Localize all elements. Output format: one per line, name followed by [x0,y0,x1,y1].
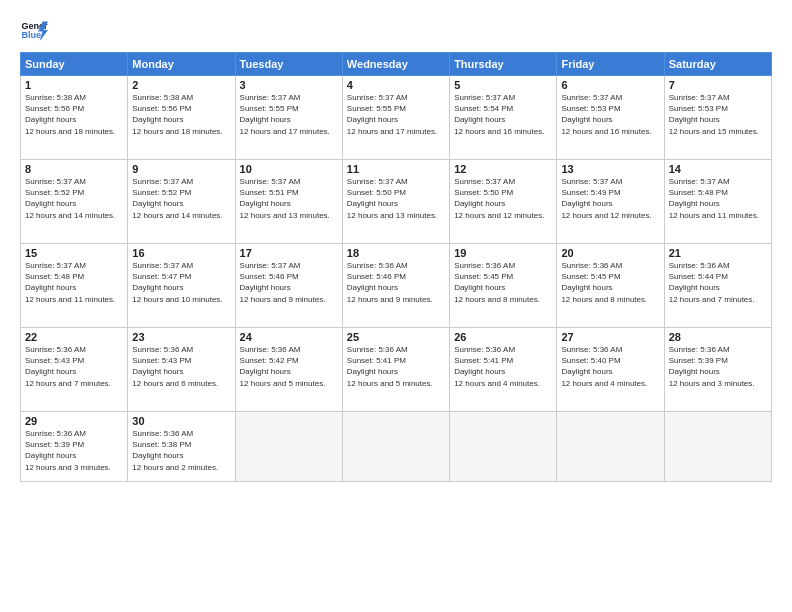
day-number: 23 [132,331,230,343]
calendar-cell: 19 Sunrise: 5:36 AM Sunset: 5:45 PM Dayl… [450,244,557,328]
calendar-cell: 30 Sunrise: 5:36 AM Sunset: 5:38 PM Dayl… [128,412,235,482]
day-info: Sunrise: 5:37 AM Sunset: 5:53 PM Dayligh… [561,92,659,137]
day-number: 14 [669,163,767,175]
header-friday: Friday [557,53,664,76]
day-number: 20 [561,247,659,259]
day-info: Sunrise: 5:36 AM Sunset: 5:39 PM Dayligh… [669,344,767,389]
day-info: Sunrise: 5:36 AM Sunset: 5:43 PM Dayligh… [132,344,230,389]
day-info: Sunrise: 5:37 AM Sunset: 5:46 PM Dayligh… [240,260,338,305]
calendar-cell: 9 Sunrise: 5:37 AM Sunset: 5:52 PM Dayli… [128,160,235,244]
calendar-cell: 13 Sunrise: 5:37 AM Sunset: 5:49 PM Dayl… [557,160,664,244]
calendar-cell: 14 Sunrise: 5:37 AM Sunset: 5:48 PM Dayl… [664,160,771,244]
day-number: 2 [132,79,230,91]
day-number: 27 [561,331,659,343]
calendar-cell: 7 Sunrise: 5:37 AM Sunset: 5:53 PM Dayli… [664,76,771,160]
calendar-cell: 27 Sunrise: 5:36 AM Sunset: 5:40 PM Dayl… [557,328,664,412]
day-number: 1 [25,79,123,91]
day-number: 7 [669,79,767,91]
day-info: Sunrise: 5:37 AM Sunset: 5:47 PM Dayligh… [132,260,230,305]
day-info: Sunrise: 5:36 AM Sunset: 5:44 PM Dayligh… [669,260,767,305]
day-info: Sunrise: 5:36 AM Sunset: 5:46 PM Dayligh… [347,260,445,305]
calendar-cell: 11 Sunrise: 5:37 AM Sunset: 5:50 PM Dayl… [342,160,449,244]
calendar-cell: 25 Sunrise: 5:36 AM Sunset: 5:41 PM Dayl… [342,328,449,412]
day-number: 6 [561,79,659,91]
day-number: 19 [454,247,552,259]
calendar-cell: 5 Sunrise: 5:37 AM Sunset: 5:54 PM Dayli… [450,76,557,160]
day-info: Sunrise: 5:38 AM Sunset: 5:56 PM Dayligh… [132,92,230,137]
calendar-cell [235,412,342,482]
calendar-cell [557,412,664,482]
day-number: 22 [25,331,123,343]
day-info: Sunrise: 5:37 AM Sunset: 5:55 PM Dayligh… [240,92,338,137]
day-info: Sunrise: 5:36 AM Sunset: 5:42 PM Dayligh… [240,344,338,389]
day-number: 29 [25,415,123,427]
calendar-cell: 6 Sunrise: 5:37 AM Sunset: 5:53 PM Dayli… [557,76,664,160]
calendar: Sunday Monday Tuesday Wednesday Thursday… [20,52,772,482]
day-number: 28 [669,331,767,343]
calendar-cell: 10 Sunrise: 5:37 AM Sunset: 5:51 PM Dayl… [235,160,342,244]
calendar-cell: 16 Sunrise: 5:37 AM Sunset: 5:47 PM Dayl… [128,244,235,328]
calendar-cell: 20 Sunrise: 5:36 AM Sunset: 5:45 PM Dayl… [557,244,664,328]
day-number: 17 [240,247,338,259]
day-info: Sunrise: 5:37 AM Sunset: 5:52 PM Dayligh… [25,176,123,221]
calendar-cell: 4 Sunrise: 5:37 AM Sunset: 5:55 PM Dayli… [342,76,449,160]
day-number: 15 [25,247,123,259]
day-info: Sunrise: 5:37 AM Sunset: 5:51 PM Dayligh… [240,176,338,221]
day-info: Sunrise: 5:36 AM Sunset: 5:39 PM Dayligh… [25,428,123,473]
header: General Blue [20,16,772,44]
calendar-cell: 28 Sunrise: 5:36 AM Sunset: 5:39 PM Dayl… [664,328,771,412]
day-info: Sunrise: 5:36 AM Sunset: 5:41 PM Dayligh… [454,344,552,389]
day-number: 4 [347,79,445,91]
day-number: 30 [132,415,230,427]
day-info: Sunrise: 5:37 AM Sunset: 5:53 PM Dayligh… [669,92,767,137]
day-info: Sunrise: 5:36 AM Sunset: 5:41 PM Dayligh… [347,344,445,389]
day-info: Sunrise: 5:36 AM Sunset: 5:38 PM Dayligh… [132,428,230,473]
calendar-cell [450,412,557,482]
header-tuesday: Tuesday [235,53,342,76]
calendar-cell: 18 Sunrise: 5:36 AM Sunset: 5:46 PM Dayl… [342,244,449,328]
day-number: 25 [347,331,445,343]
day-info: Sunrise: 5:38 AM Sunset: 5:56 PM Dayligh… [25,92,123,137]
calendar-cell: 22 Sunrise: 5:36 AM Sunset: 5:43 PM Dayl… [21,328,128,412]
day-info: Sunrise: 5:36 AM Sunset: 5:45 PM Dayligh… [454,260,552,305]
day-info: Sunrise: 5:37 AM Sunset: 5:49 PM Dayligh… [561,176,659,221]
calendar-cell [664,412,771,482]
calendar-cell: 15 Sunrise: 5:37 AM Sunset: 5:48 PM Dayl… [21,244,128,328]
calendar-cell: 17 Sunrise: 5:37 AM Sunset: 5:46 PM Dayl… [235,244,342,328]
header-sunday: Sunday [21,53,128,76]
day-number: 11 [347,163,445,175]
header-thursday: Thursday [450,53,557,76]
day-info: Sunrise: 5:37 AM Sunset: 5:52 PM Dayligh… [132,176,230,221]
day-number: 16 [132,247,230,259]
svg-text:Blue: Blue [21,30,41,40]
header-monday: Monday [128,53,235,76]
day-info: Sunrise: 5:36 AM Sunset: 5:45 PM Dayligh… [561,260,659,305]
page: General Blue Sunday Monday Tuesday Wedne… [0,0,792,612]
calendar-cell: 2 Sunrise: 5:38 AM Sunset: 5:56 PM Dayli… [128,76,235,160]
calendar-cell: 21 Sunrise: 5:36 AM Sunset: 5:44 PM Dayl… [664,244,771,328]
day-info: Sunrise: 5:37 AM Sunset: 5:55 PM Dayligh… [347,92,445,137]
day-number: 24 [240,331,338,343]
day-number: 26 [454,331,552,343]
day-number: 12 [454,163,552,175]
day-info: Sunrise: 5:37 AM Sunset: 5:48 PM Dayligh… [25,260,123,305]
day-number: 9 [132,163,230,175]
day-info: Sunrise: 5:37 AM Sunset: 5:50 PM Dayligh… [347,176,445,221]
day-info: Sunrise: 5:37 AM Sunset: 5:48 PM Dayligh… [669,176,767,221]
day-info: Sunrise: 5:36 AM Sunset: 5:40 PM Dayligh… [561,344,659,389]
calendar-cell: 12 Sunrise: 5:37 AM Sunset: 5:50 PM Dayl… [450,160,557,244]
calendar-cell: 1 Sunrise: 5:38 AM Sunset: 5:56 PM Dayli… [21,76,128,160]
day-number: 13 [561,163,659,175]
calendar-cell: 8 Sunrise: 5:37 AM Sunset: 5:52 PM Dayli… [21,160,128,244]
logo: General Blue [20,16,48,44]
calendar-cell: 3 Sunrise: 5:37 AM Sunset: 5:55 PM Dayli… [235,76,342,160]
day-info: Sunrise: 5:37 AM Sunset: 5:54 PM Dayligh… [454,92,552,137]
header-saturday: Saturday [664,53,771,76]
day-number: 3 [240,79,338,91]
logo-icon: General Blue [20,16,48,44]
day-number: 8 [25,163,123,175]
day-number: 18 [347,247,445,259]
day-number: 10 [240,163,338,175]
calendar-cell: 24 Sunrise: 5:36 AM Sunset: 5:42 PM Dayl… [235,328,342,412]
calendar-cell: 26 Sunrise: 5:36 AM Sunset: 5:41 PM Dayl… [450,328,557,412]
